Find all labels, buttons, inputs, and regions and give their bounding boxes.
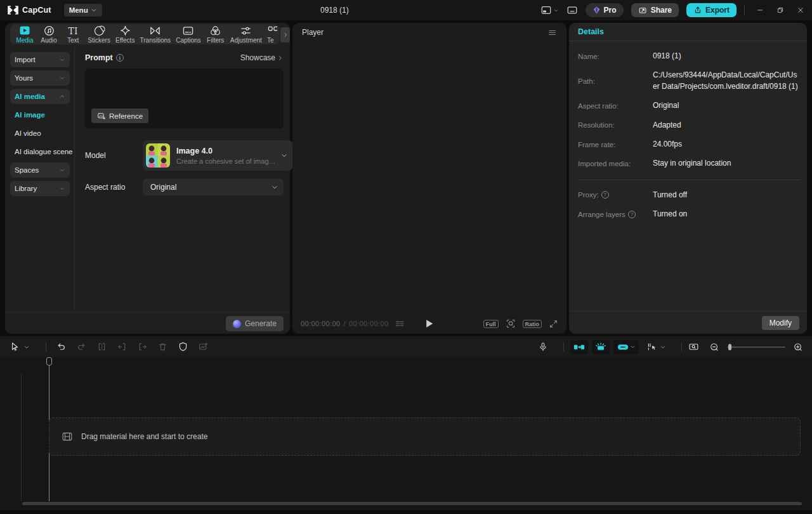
stickers-icon <box>93 25 105 36</box>
timeline-horizontal-scrollbar[interactable] <box>22 502 802 505</box>
select-tool-dropdown[interactable] <box>23 344 30 350</box>
preview-quality-button[interactable] <box>688 341 699 352</box>
tab-label: Stickers <box>88 37 110 44</box>
tab-captions[interactable]: Captions <box>174 25 202 44</box>
detail-value: 0918 (1) <box>653 51 681 62</box>
redo-icon <box>76 341 87 352</box>
chevron-down-icon <box>660 344 666 350</box>
time-separator: / <box>344 320 346 327</box>
sidebar-item-label: AI image <box>15 111 45 119</box>
info-icon[interactable]: ? <box>628 211 636 218</box>
chevron-down-icon <box>59 56 65 63</box>
timeline-drop-zone[interactable]: Drag material here and start to create <box>49 418 801 456</box>
record-voiceover-button[interactable] <box>538 341 548 352</box>
timeline-zoom-slider[interactable] <box>727 343 785 351</box>
showcase-link[interactable]: Showcase <box>240 53 284 62</box>
chevron-down-icon <box>553 8 559 13</box>
tab-adjustment[interactable]: Adjustment <box>229 25 263 44</box>
playhead-handle[interactable] <box>46 357 52 366</box>
add-reference-image-icon <box>97 112 106 121</box>
timeline-canvas[interactable]: Drag material here and start to create <box>0 357 812 510</box>
full-preview-button[interactable]: Full <box>483 320 499 328</box>
chevron-down-icon <box>91 7 97 13</box>
teleprompter-button[interactable] <box>566 4 578 16</box>
sidebar-item-label: AI dialogue scene <box>15 148 72 155</box>
aspect-ratio-row: Aspect ratio Original <box>85 179 284 195</box>
reference-button[interactable]: Reference <box>91 109 148 123</box>
multi-select-dropdown[interactable] <box>660 344 666 350</box>
export-button[interactable]: Export <box>686 3 737 17</box>
export-frame-button[interactable] <box>198 341 209 352</box>
detail-label: Proxy: ? <box>578 190 653 201</box>
media-sidebar: Import Yours AI media AI image AI video … <box>5 47 75 312</box>
share-button[interactable]: Share <box>631 3 679 17</box>
current-time: 00:00:00:00 <box>301 320 341 327</box>
sidebar-item-label: AI media <box>15 93 45 100</box>
delete-button[interactable] <box>157 341 168 352</box>
mask-shield-icon <box>178 341 188 352</box>
tab-transitions[interactable]: Transitions <box>139 25 173 44</box>
sidebar-item-ai-image[interactable]: AI image <box>10 107 69 122</box>
zoom-out-button[interactable] <box>709 342 719 352</box>
tab-media[interactable]: Media <box>14 25 36 44</box>
restore-button[interactable] <box>776 6 784 14</box>
multi-select-mode-button[interactable] <box>646 341 657 352</box>
total-time: 00:00:00:00 <box>349 320 389 327</box>
titlebar-divider <box>744 5 745 15</box>
minimize-button[interactable] <box>756 6 764 14</box>
tab-stickers[interactable]: Stickers <box>86 25 112 44</box>
sidebar-item-yours[interactable]: Yours <box>10 70 70 86</box>
clip-list-icon[interactable] <box>395 319 405 328</box>
link-clips-icon <box>617 343 629 351</box>
link-clips-toggle[interactable] <box>613 340 639 354</box>
chevron-right-icon <box>282 32 289 38</box>
main-track-magnet-toggle[interactable] <box>592 340 610 354</box>
slider-handle[interactable] <box>728 344 731 350</box>
auto-snap-toggle[interactable] <box>570 340 588 354</box>
detail-label: Frame rate: <box>578 139 653 150</box>
play-button[interactable] <box>426 319 434 328</box>
details-footer: Modify <box>569 311 807 334</box>
sidebar-item-library[interactable]: Library <box>10 181 70 196</box>
sidebar-item-ai-media[interactable]: AI media <box>10 89 70 104</box>
pro-button[interactable]: Pro <box>586 3 624 17</box>
prompt-textarea[interactable]: Reference <box>85 69 284 129</box>
layout-switch-button[interactable] <box>540 4 559 16</box>
trim-left-icon <box>117 341 128 352</box>
modify-button[interactable]: Modify <box>762 316 799 330</box>
delete-right-button[interactable] <box>137 341 148 352</box>
tab-effects[interactable]: Effects <box>114 25 136 44</box>
info-icon[interactable]: i <box>116 54 124 62</box>
ratio-button[interactable]: Ratio <box>523 320 542 328</box>
audio-icon <box>43 25 55 36</box>
svg-text:TI: TI <box>69 25 78 36</box>
delete-left-button[interactable] <box>117 341 128 352</box>
zoom-fit-icon[interactable] <box>506 319 516 329</box>
info-icon[interactable]: ? <box>601 191 609 199</box>
more-tabs-button[interactable] <box>280 27 290 43</box>
close-button[interactable] <box>797 6 804 14</box>
model-select[interactable]: Image 4.0 Create a cohesive set of image… <box>143 140 293 171</box>
select-tool-button[interactable] <box>9 341 20 352</box>
toolbar-divider <box>563 342 564 352</box>
player-menu-icon[interactable] <box>547 28 557 37</box>
sidebar-item-import[interactable]: Import <box>10 52 70 67</box>
sidebar-item-ai-dialogue-scene[interactable]: AI dialogue scene <box>10 144 69 159</box>
zoom-in-button[interactable] <box>793 342 803 352</box>
generate-button[interactable]: Generate <box>226 316 284 331</box>
tab-text[interactable]: TI Text <box>62 25 84 44</box>
sidebar-item-ai-video[interactable]: AI video <box>10 126 69 141</box>
fullscreen-icon[interactable] <box>549 319 558 329</box>
tab-audio[interactable]: Audio <box>38 25 60 44</box>
tab-label: Media <box>16 37 33 44</box>
aspect-ratio-select[interactable]: Original <box>143 179 284 195</box>
menu-button[interactable]: Menu <box>64 4 102 16</box>
redo-button[interactable] <box>76 341 87 352</box>
undo-button[interactable] <box>56 341 67 352</box>
mask-button[interactable] <box>178 341 188 352</box>
tab-filters[interactable]: Filters <box>205 25 226 44</box>
sidebar-item-spaces[interactable]: Spaces <box>10 162 70 178</box>
chevron-down-icon <box>271 183 278 191</box>
tab-templates-clipped[interactable]: Te <box>266 25 277 44</box>
split-button[interactable] <box>96 341 107 352</box>
